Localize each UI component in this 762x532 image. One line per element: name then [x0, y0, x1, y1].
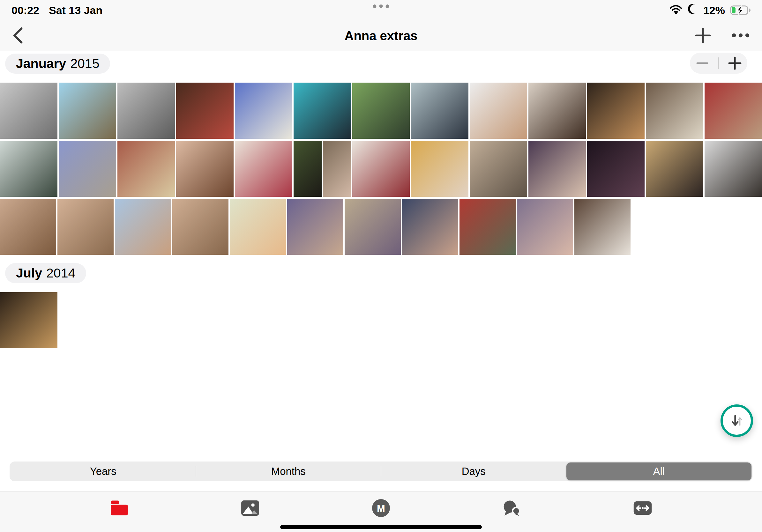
wifi-icon	[669, 4, 682, 17]
date: Sat 13 Jan	[49, 4, 103, 17]
photo-thumbnail[interactable]	[646, 83, 703, 139]
photo-grid	[0, 83, 762, 255]
page-title: Anna extras	[344, 29, 418, 43]
tab-chat[interactable]	[502, 499, 521, 518]
photo-thumbnail[interactable]	[0, 199, 56, 255]
date-header-year: 2015	[70, 56, 99, 71]
do-not-disturb-moon-icon	[687, 4, 698, 17]
zoom-out-minus-button[interactable]	[694, 55, 711, 71]
multitasking-grabber-icon[interactable]	[373, 4, 389, 8]
photo-thumbnail[interactable]	[705, 141, 762, 197]
photo-thumbnail[interactable]	[235, 141, 292, 197]
photo-thumbnail[interactable]	[176, 83, 234, 139]
status-bar: 00:22 Sat 13 Jan 12%	[0, 0, 762, 21]
segment-months[interactable]: Months	[196, 462, 381, 480]
month-section: January2015	[0, 51, 762, 255]
zoom-control-divider	[718, 57, 719, 69]
photo-thumbnail[interactable]	[294, 141, 322, 197]
zoom-in-plus-button[interactable]	[726, 55, 743, 71]
thumbnail-zoom-control	[690, 53, 747, 74]
svg-text:M: M	[377, 503, 385, 514]
photo-thumbnail[interactable]	[705, 83, 762, 139]
photo-thumbnail[interactable]	[528, 83, 586, 139]
photo-thumbnail[interactable]	[176, 141, 234, 197]
battery-charging-icon	[730, 5, 750, 15]
photo-thumbnail[interactable]	[287, 199, 343, 255]
mega-home-icon: M	[372, 499, 390, 517]
photo-thumbnail[interactable]	[517, 199, 573, 255]
photo-thumbnail[interactable]	[230, 199, 286, 255]
photo-thumbnail[interactable]	[235, 83, 292, 139]
photo-thumbnail[interactable]	[117, 83, 175, 139]
photos-icon	[241, 500, 260, 516]
segment-days[interactable]: Days	[381, 462, 567, 480]
sort-order-button[interactable]	[721, 404, 753, 437]
photo-row	[0, 83, 762, 139]
photo-thumbnail[interactable]	[352, 141, 410, 197]
photo-thumbnail[interactable]	[59, 141, 116, 197]
photo-grid	[0, 292, 762, 348]
photo-thumbnail[interactable]	[344, 199, 401, 255]
navigation-bar: Anna extras	[0, 21, 762, 51]
chat-icon	[502, 500, 521, 516]
status-left: 00:22 Sat 13 Jan	[12, 4, 103, 17]
mega-album-screen: 00:22 Sat 13 Jan 12%	[0, 0, 762, 532]
clock: 00:22	[12, 4, 39, 17]
photo-thumbnail[interactable]	[470, 83, 527, 139]
photo-thumbnail[interactable]	[0, 292, 57, 348]
photo-thumbnail[interactable]	[587, 83, 645, 139]
date-header-pill[interactable]: January2015	[5, 54, 110, 74]
tab-transfers[interactable]	[633, 499, 652, 518]
photo-row	[0, 199, 762, 255]
photo-thumbnail[interactable]	[470, 141, 527, 197]
date-header-month: January	[16, 56, 66, 71]
segment-years[interactable]: Years	[11, 462, 196, 480]
photo-thumbnail[interactable]	[411, 83, 468, 139]
photo-sections: January2015July2014	[0, 51, 762, 350]
photo-thumbnail[interactable]	[59, 83, 116, 139]
status-right: 12%	[669, 4, 750, 17]
photo-row	[0, 292, 762, 348]
photo-thumbnail[interactable]	[117, 141, 175, 197]
photo-thumbnail[interactable]	[172, 199, 228, 255]
segment-all[interactable]: All	[567, 462, 752, 480]
more-options-button[interactable]	[730, 25, 751, 46]
add-plus-button[interactable]	[692, 25, 714, 46]
photo-thumbnail[interactable]	[587, 141, 645, 197]
cloud-drive-folder-icon	[110, 500, 129, 516]
photo-thumbnail[interactable]	[646, 141, 703, 197]
photo-thumbnail[interactable]	[0, 83, 57, 139]
date-header-month: July	[16, 266, 42, 281]
photo-thumbnail[interactable]	[57, 199, 114, 255]
photo-thumbnail[interactable]	[574, 199, 631, 255]
photo-row	[0, 141, 762, 197]
photo-thumbnail[interactable]	[352, 83, 410, 139]
nav-actions	[692, 25, 751, 46]
date-header-year: 2014	[46, 266, 75, 281]
photo-thumbnail[interactable]	[323, 141, 351, 197]
photo-thumbnail[interactable]	[411, 141, 468, 197]
month-section: July2014	[0, 257, 762, 348]
tab-cloud-drive[interactable]	[110, 499, 129, 518]
tab-photos[interactable]	[241, 499, 260, 518]
segmented-control: YearsMonthsDaysAll	[10, 461, 752, 481]
sort-arrows-icon	[728, 412, 745, 429]
photo-thumbnail[interactable]	[402, 199, 458, 255]
photo-thumbnail[interactable]	[460, 199, 516, 255]
photo-thumbnail[interactable]	[294, 83, 351, 139]
photo-thumbnail[interactable]	[0, 141, 57, 197]
photo-thumbnail[interactable]	[115, 199, 171, 255]
photo-thumbnail[interactable]	[528, 141, 586, 197]
date-header-pill[interactable]: July2014	[5, 263, 86, 283]
transfers-icon	[633, 500, 652, 516]
battery-percent: 12%	[703, 4, 725, 17]
tab-mega-home[interactable]: M	[371, 499, 391, 518]
home-indicator[interactable]	[280, 525, 482, 529]
back-button[interactable]	[7, 24, 29, 46]
